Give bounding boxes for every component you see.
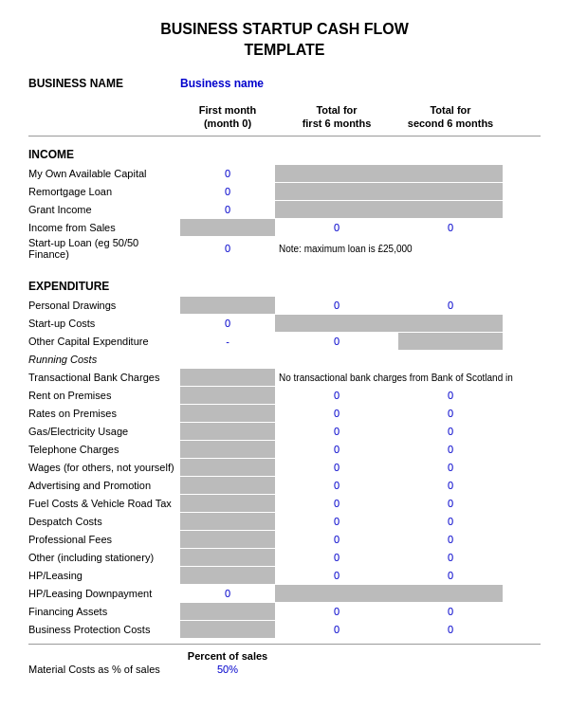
row-label: Gas/Electricity Usage: [28, 426, 180, 437]
note-cell: Note: maximum loan is £25,000: [275, 244, 541, 254]
cell-second6: [398, 585, 503, 602]
cell-second6: 0: [398, 426, 503, 437]
row-label: Remortgage Loan: [28, 186, 180, 197]
row-label: My Own Available Capital: [28, 168, 180, 179]
cell-month: [180, 513, 275, 530]
table-row: Grant Income0: [28, 201, 541, 218]
cell-first6: [275, 201, 398, 218]
row-label: Start-up Costs: [28, 318, 180, 329]
cell-first6: [275, 183, 398, 200]
cell-month: [180, 459, 275, 476]
table-row: HP/Leasing00: [28, 567, 541, 584]
cell-second6: 0: [398, 534, 503, 545]
table-row: HP/Leasing Downpayment0: [28, 585, 541, 602]
row-label: Transactional Bank Charges: [28, 372, 180, 383]
table-row: Rent on Premises00: [28, 387, 541, 404]
cell-first6: 0: [275, 462, 398, 473]
row-label: Personal Drawings: [28, 300, 180, 311]
cell-second6: 0: [398, 606, 503, 617]
business-name-label: BUSINESS NAME: [28, 77, 180, 90]
income-section-header: INCOME: [28, 146, 541, 163]
cell-first6: 0: [275, 480, 398, 491]
cell-first6: 0: [275, 606, 398, 617]
row-label: Wages (for others, not yourself): [28, 462, 180, 473]
cell-month: [180, 495, 275, 512]
table-row: Despatch Costs00: [28, 513, 541, 530]
cell-first6: 0: [275, 534, 398, 545]
table-row: Telephone Charges00: [28, 441, 541, 458]
cell-second6: 0: [398, 516, 503, 527]
col-header-second6: Total forsecond 6 months: [398, 103, 503, 131]
cell-first6: [275, 315, 398, 332]
cell-month: 0: [180, 168, 275, 179]
cell-second6: 0: [398, 300, 503, 311]
cell-second6: [398, 315, 503, 332]
table-row: Income from Sales00: [28, 219, 541, 236]
cell-first6: 0: [275, 222, 398, 233]
table-row: Fuel Costs & Vehicle Road Tax00: [28, 495, 541, 512]
cell-second6: 0: [398, 552, 503, 563]
cell-first6: [275, 165, 398, 182]
cell-month: [180, 219, 275, 236]
row-label: Running Costs: [28, 354, 180, 365]
cell-month-shaded: [180, 369, 275, 386]
row-label: Rates on Premises: [28, 408, 180, 419]
table-row: Other Capital Expenditure-0: [28, 333, 541, 350]
cell-month: [180, 477, 275, 494]
row-label: Advertising and Promotion: [28, 480, 180, 491]
cell-first6: 0: [275, 300, 398, 311]
cell-first6: 0: [275, 336, 398, 347]
row-label: Telephone Charges: [28, 444, 180, 455]
cell-month: 0: [180, 204, 275, 215]
percent-value: 50%: [180, 664, 275, 675]
business-name-value: Business name: [180, 77, 264, 90]
cell-second6: [398, 201, 503, 218]
cell-first6: 0: [275, 390, 398, 401]
row-label: Fuel Costs & Vehicle Road Tax: [28, 498, 180, 509]
table-row: My Own Available Capital0: [28, 165, 541, 182]
cell-month: [180, 423, 275, 440]
cell-month: 0: [180, 588, 275, 599]
cell-second6: 0: [398, 462, 503, 473]
cell-first6: 0: [275, 426, 398, 437]
cell-first6: 0: [275, 570, 398, 581]
cell-month: 0: [180, 243, 275, 254]
note-cell: No transactional bank charges from Bank …: [275, 373, 541, 383]
row-label: Grant Income: [28, 204, 180, 215]
table-row: Wages (for others, not yourself)00: [28, 459, 541, 476]
row-label: Despatch Costs: [28, 516, 180, 527]
col-header-month: First month(month 0): [180, 103, 275, 131]
row-label: Other Capital Expenditure: [28, 336, 180, 347]
row-label: Start-up Loan (eg 50/50 Finance): [28, 237, 180, 260]
expenditure-section-header: EXPENDITURE: [28, 278, 541, 295]
row-label: HP/Leasing: [28, 570, 180, 581]
page-title: BUSINESS STARTUP CASH FLOWTEMPLATE: [28, 19, 541, 62]
row-label: Other (including stationery): [28, 552, 180, 563]
cell-month: [180, 567, 275, 584]
cell-month: [180, 441, 275, 458]
row-label: Professional Fees: [28, 534, 180, 545]
percent-section-header: Percent of sales: [180, 650, 275, 662]
table-row: Gas/Electricity Usage00: [28, 423, 541, 440]
cell-second6: 0: [398, 480, 503, 491]
table-row: Professional Fees00: [28, 531, 541, 548]
cell-second6: [398, 183, 503, 200]
table-row: Remortgage Loan0: [28, 183, 541, 200]
cell-first6: 0: [275, 516, 398, 527]
cell-month: [180, 549, 275, 566]
table-row: Business Protection Costs00: [28, 621, 541, 638]
table-row: Start-up Costs0: [28, 315, 541, 332]
cell-second6: 0: [398, 570, 503, 581]
cell-first6: [275, 585, 398, 602]
table-row: Start-up Loan (eg 50/50 Finance)0Note: m…: [28, 237, 541, 260]
table-row: Advertising and Promotion00: [28, 477, 541, 494]
cell-month: [180, 621, 275, 638]
cell-month: [180, 387, 275, 404]
cell-first6: 0: [275, 624, 398, 635]
cell-first6: 0: [275, 408, 398, 419]
cell-second6: [398, 333, 503, 350]
cell-month: -: [180, 336, 275, 347]
cell-first6: 0: [275, 498, 398, 509]
table-row: Transactional Bank ChargesNo transaction…: [28, 369, 541, 386]
cell-month: [180, 297, 275, 314]
